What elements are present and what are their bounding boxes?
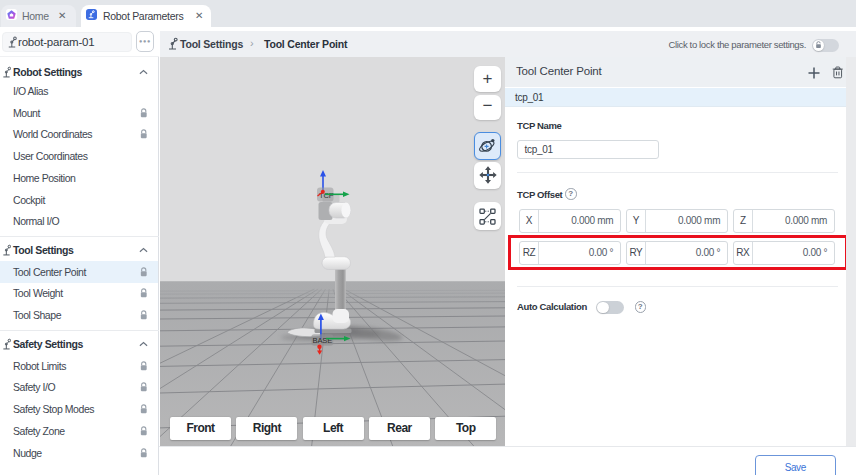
svg-text:BASE: BASE (313, 336, 333, 345)
